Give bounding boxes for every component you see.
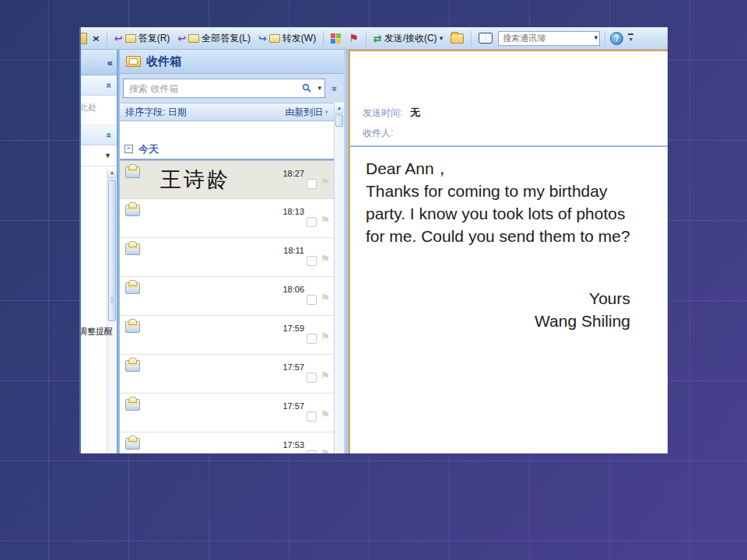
email-signature: Yours Wang Shiling — [366, 287, 654, 332]
toolbar-separator — [471, 31, 472, 46]
chevron-up-icon: « — [104, 132, 115, 138]
email-list-item[interactable]: 17:57 ⚑ — [120, 355, 334, 394]
email-list-item[interactable]: 18:11 ⚑ — [120, 238, 334, 277]
category-box-icon[interactable] — [307, 411, 317, 422]
recipient-row: 收件人: — [363, 127, 393, 140]
email-sender: 王诗龄 — [160, 166, 230, 194]
envelope-icon — [125, 205, 140, 216]
sent-time-row: 发送时间:无 — [363, 106, 420, 120]
envelope-icon — [188, 34, 199, 43]
collapse-pane-button[interactable]: « — [107, 57, 113, 68]
flag-outline-icon[interactable]: ⚑ — [320, 176, 330, 188]
expand-query-builder-button[interactable]: » — [328, 83, 341, 94]
category-box-icon[interactable] — [307, 179, 317, 189]
flag-outline-icon[interactable]: ⚑ — [320, 369, 330, 382]
envelope-icon — [125, 399, 140, 411]
forward-button[interactable]: ↪ 转发(W) — [256, 31, 318, 46]
email-time: 17:57 — [282, 401, 304, 411]
email-body: Dear Ann， Thanks for coming to my birthd… — [366, 157, 654, 332]
inbox-title: 收件箱 — [146, 54, 181, 69]
envelope-icon — [125, 243, 140, 255]
toolbar-overflow-button[interactable]: ▾ — [628, 33, 633, 43]
category-box-icon[interactable] — [307, 256, 317, 266]
inbox-header: 收件箱 — [120, 50, 344, 74]
address-book-search-input[interactable] — [498, 31, 600, 46]
sent-time-label: 发送时间: — [363, 107, 402, 118]
scrollbar-thumb[interactable] — [335, 114, 343, 127]
envelope-icon — [125, 321, 140, 333]
envelope-icon — [125, 438, 140, 450]
flag-outline-icon[interactable]: ⚑ — [320, 331, 330, 343]
toolbar-separator — [323, 31, 324, 46]
nav-reminder-text: 调整提醒 — [81, 326, 113, 338]
address-book-button[interactable] — [476, 32, 495, 44]
chevron-down-icon[interactable]: ▾ — [594, 33, 598, 41]
reply-all-icon: ↩ — [177, 33, 186, 44]
categorize-button[interactable] — [328, 33, 343, 44]
email-list-item[interactable]: 17:59 ⚑ — [120, 316, 334, 355]
sort-bar[interactable]: 排序字段: 日期 由新到旧 ▾ — [120, 103, 344, 121]
reply-all-button[interactable]: ↩ 全部答复(L) — [175, 31, 253, 46]
envelope-icon — [125, 360, 140, 372]
chevron-down-icon: ▾ — [630, 36, 633, 43]
email-time: 17:57 — [282, 362, 304, 372]
reply-all-label: 全部答复(L) — [202, 32, 251, 45]
collapse-group-icon[interactable]: − — [124, 145, 133, 153]
flag-outline-icon[interactable]: ⚑ — [320, 253, 330, 265]
up-arrow-icon: ▲ — [110, 170, 115, 175]
follow-up-button[interactable]: ⚑ — [346, 32, 361, 44]
list-scrollbar[interactable]: ▲ — [334, 103, 344, 453]
email-list-item-selected[interactable]: 王诗龄 18:27 ⚑ — [120, 160, 334, 199]
date-group-header[interactable]: − 今天 — [120, 139, 334, 160]
category-box-icon[interactable] — [307, 295, 317, 305]
category-box-icon[interactable] — [307, 450, 317, 453]
search-options-icon[interactable]: ▾ — [317, 84, 321, 92]
body-line: party. I know you took lots of photos — [366, 202, 654, 225]
flag-outline-icon[interactable]: ⚑ — [320, 408, 330, 421]
email-time: 18:13 — [282, 207, 304, 216]
folder-button[interactable] — [448, 33, 466, 44]
email-list-item[interactable]: 18:13 ⚑ — [120, 199, 334, 238]
category-box-icon[interactable] — [307, 373, 317, 383]
email-list-item[interactable]: 17:53 ⚑ — [120, 432, 334, 453]
email-time: 17:59 — [282, 324, 304, 333]
flag-outline-icon[interactable]: ⚑ — [320, 214, 330, 226]
inbox-search-input[interactable] — [123, 79, 325, 98]
flag-outline-icon[interactable]: ⚑ — [320, 447, 330, 453]
toolbar-separator — [107, 31, 107, 46]
up-arrow-icon: ▲ — [337, 105, 342, 110]
address-book-search: ▾ — [498, 31, 600, 46]
chevron-down-icon[interactable]: ▾ — [440, 35, 444, 42]
email-list-item[interactable]: 17:57 ⚑ — [120, 394, 334, 432]
reading-pane: 发送时间:无 收件人: Dear Ann， Thanks for coming … — [349, 50, 668, 453]
help-button[interactable]: ? — [610, 32, 623, 45]
delete-button[interactable]: × — [90, 32, 102, 45]
sort-dropdown-icon: ▾ — [324, 108, 328, 116]
send-receive-icon: ⇄ — [374, 33, 382, 44]
inbox-search: ▾ — [123, 79, 325, 98]
email-list-item[interactable]: 18:06 ⚑ — [120, 277, 334, 316]
flag-outline-icon[interactable]: ⚑ — [320, 292, 330, 304]
folder-icon — [451, 33, 464, 44]
reply-label: 答复(R) — [139, 32, 170, 45]
signature-line: Wang Shiling — [366, 310, 630, 332]
reply-icon: ↩ — [114, 33, 123, 44]
category-box-icon[interactable] — [307, 217, 317, 227]
forward-icon: ↪ — [258, 33, 267, 44]
nav-section-header[interactable]: « — [81, 75, 117, 96]
nav-section-header[interactable]: « — [81, 125, 117, 145]
body-line: for me. Could you send them to me? — [366, 225, 654, 247]
send-receive-button[interactable]: ⇄ 发送/接收(C) ▾ — [371, 31, 445, 46]
nav-scrollbar[interactable]: ▲ — [107, 167, 117, 453]
scroll-up-button[interactable]: ▲ — [335, 103, 344, 114]
category-box-icon[interactable] — [307, 334, 317, 344]
scrollbar-thumb[interactable] — [108, 180, 116, 321]
chevron-up-icon: « — [104, 82, 115, 88]
dropdown-arrow-icon: ▼ — [104, 152, 111, 159]
nav-dropdown-row[interactable]: ▼ — [81, 145, 117, 166]
send-receive-label: 发送/接收(C) — [384, 32, 437, 45]
forward-label: 转发(W) — [282, 32, 316, 45]
toolbar-separator — [605, 31, 605, 46]
reply-button[interactable]: ↩ 答复(R) — [112, 31, 173, 46]
scroll-up-button[interactable]: ▲ — [107, 167, 117, 178]
